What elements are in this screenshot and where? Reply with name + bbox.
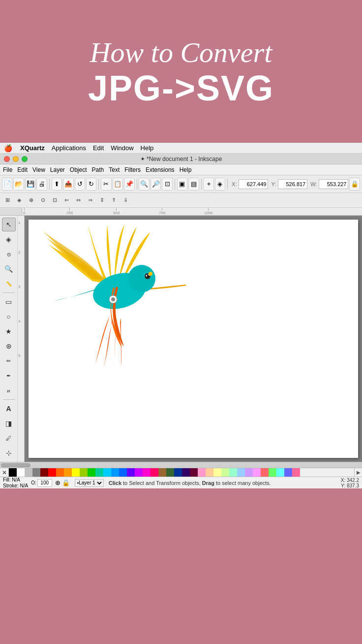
snap-align-l[interactable]: ⇐	[61, 195, 72, 206]
snap-align-c[interactable]: ⇔	[73, 195, 84, 206]
save-button[interactable]: 💾	[25, 178, 35, 191]
maximize-button[interactable]	[22, 156, 28, 162]
paste-button[interactable]: 📌	[124, 178, 134, 191]
text-tool[interactable]: A	[2, 402, 16, 416]
palette-color-swatch[interactable]	[103, 468, 111, 477]
menu-window[interactable]: Window	[111, 144, 133, 152]
palette-color-swatch[interactable]	[119, 468, 127, 477]
menu-help[interactable]: Help	[141, 144, 154, 152]
zoom-tool[interactable]: 🔍	[2, 262, 16, 276]
palette-color-swatch[interactable]	[17, 468, 25, 477]
spray-tool[interactable]: ⊹	[2, 446, 16, 460]
export-button[interactable]: 📤	[63, 178, 73, 191]
app-menu-file[interactable]: File	[3, 166, 12, 173]
palette-color-swatch[interactable]	[253, 468, 261, 477]
no-color-button[interactable]: ✕	[0, 468, 9, 477]
select-tool[interactable]: ↖	[2, 218, 16, 231]
palette-color-swatch[interactable]	[245, 468, 253, 477]
app-menu-layer[interactable]: Layer	[50, 166, 65, 173]
palette-color-swatch[interactable]	[269, 468, 276, 477]
snap-midpoint[interactable]: ⊕	[26, 195, 36, 206]
palette-color-swatch[interactable]	[198, 468, 206, 477]
ungroup-button[interactable]: ▤	[188, 178, 199, 191]
zoom-out-button[interactable]: 🔎	[151, 178, 161, 191]
zoom-fit-button[interactable]: ⊡	[162, 178, 172, 191]
snap-distribute[interactable]: ⇕	[96, 195, 107, 206]
palette-color-swatch[interactable]	[64, 468, 72, 477]
palette-color-swatch[interactable]	[127, 468, 135, 477]
palette-color-swatch[interactable]	[284, 468, 292, 477]
app-menu-path[interactable]: Path	[92, 166, 104, 173]
palette-color-swatch[interactable]	[32, 468, 40, 477]
pen-tool[interactable]: ✒	[2, 369, 16, 383]
snap-top[interactable]: ⇑	[108, 195, 119, 206]
lock-button[interactable]: 🔒	[349, 178, 360, 191]
palette-color-swatch[interactable]	[158, 468, 166, 477]
palette-color-swatch[interactable]	[111, 468, 119, 477]
measure-tool[interactable]: 📏	[2, 277, 16, 290]
palette-color-swatch[interactable]	[237, 468, 245, 477]
palette-color-swatch[interactable]	[56, 468, 64, 477]
app-menu-text[interactable]: Text	[109, 166, 120, 173]
app-menu-extensions[interactable]: Extensions	[146, 166, 175, 173]
app-menu-object[interactable]: Object	[70, 166, 87, 173]
snap-center[interactable]: ⊙	[37, 195, 48, 206]
snap-grid[interactable]: ⊞	[2, 195, 13, 206]
app-menu-filters[interactable]: Filters	[124, 166, 141, 173]
palette-color-swatch[interactable]	[151, 468, 158, 477]
snap-button[interactable]: ⌖	[203, 178, 213, 191]
palette-color-swatch[interactable]	[174, 468, 182, 477]
minimize-button[interactable]	[13, 156, 19, 162]
menu-xquartz[interactable]: XQuartz	[20, 144, 45, 152]
palette-color-swatch[interactable]	[72, 468, 80, 477]
snap-bbox[interactable]: ⊡	[49, 195, 60, 206]
scrollbar-thumb[interactable]	[1, 463, 30, 467]
palette-color-swatch[interactable]	[182, 468, 190, 477]
palette-scroll-right[interactable]: ▶	[354, 468, 362, 477]
group-button[interactable]: ▣	[177, 178, 187, 191]
palette-color-swatch[interactable]	[95, 468, 103, 477]
print-button[interactable]: 🖨	[36, 178, 47, 191]
tweak-tool[interactable]: ⌾	[2, 247, 16, 261]
coord-x-input[interactable]	[239, 179, 268, 189]
dropper-tool[interactable]: 🖊	[2, 431, 16, 445]
open-button[interactable]: 📂	[13, 178, 24, 191]
snap-nodes[interactable]: ◈	[14, 195, 25, 206]
palette-color-swatch[interactable]	[206, 468, 213, 477]
close-button[interactable]	[4, 156, 10, 162]
canvas-area[interactable]: 1 2 3 4 5	[18, 216, 362, 462]
import-button[interactable]: ⬆	[52, 178, 62, 191]
app-menu-help[interactable]: Help	[180, 166, 192, 173]
palette-color-swatch[interactable]	[80, 468, 88, 477]
copy-button[interactable]: 📋	[113, 178, 123, 191]
palette-color-swatch[interactable]	[88, 468, 95, 477]
pencil-tool[interactable]: ✏	[2, 354, 16, 368]
undo-button[interactable]: ↺	[75, 178, 85, 191]
spiral-tool[interactable]: ⊛	[2, 339, 16, 353]
snap-align-r[interactable]: ⇒	[85, 195, 95, 206]
palette-color-swatch[interactable]	[40, 468, 48, 477]
app-menu-view[interactable]: View	[32, 166, 45, 173]
palette-color-swatch[interactable]	[190, 468, 198, 477]
rect-tool[interactable]: ▭	[2, 295, 16, 309]
coord-y-input[interactable]	[278, 179, 307, 189]
snap-bottom[interactable]: ⇓	[120, 195, 131, 206]
apple-icon[interactable]: 🍎	[4, 144, 12, 152]
palette-color-swatch[interactable]	[229, 468, 237, 477]
layer-select[interactable]: ▪Layer 1	[75, 479, 104, 487]
cut-button[interactable]: ✂	[101, 178, 111, 191]
palette-color-swatch[interactable]	[9, 468, 17, 477]
calligraphy-tool[interactable]: ᴎ	[2, 384, 16, 397]
palette-color-swatch[interactable]	[292, 468, 300, 477]
palette-color-swatch[interactable]	[213, 468, 221, 477]
redo-button[interactable]: ↻	[86, 178, 96, 191]
menu-applications[interactable]: Applications	[52, 144, 86, 152]
palette-color-swatch[interactable]	[48, 468, 56, 477]
opacity-input[interactable]	[37, 479, 52, 487]
menu-edit[interactable]: Edit	[93, 144, 104, 152]
zoom-in-button[interactable]: 🔍	[139, 178, 149, 191]
canvas-page[interactable]	[29, 220, 358, 458]
palette-color-swatch[interactable]	[143, 468, 151, 477]
app-menu-edit[interactable]: Edit	[17, 166, 28, 173]
palette-color-swatch[interactable]	[261, 468, 269, 477]
